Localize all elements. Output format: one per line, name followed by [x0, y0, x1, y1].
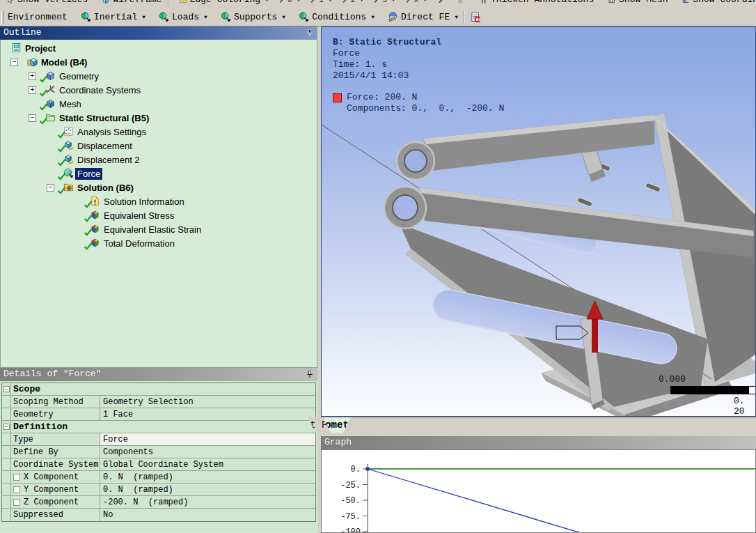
details-pane-header[interactable]: Details of "Force": [0, 368, 317, 381]
toolbar-button-bars[interactable]: [454, 0, 466, 6]
details-row-x-component[interactable]: X Component0. N (ramped): [2, 471, 315, 484]
collapse-toggle[interactable]: −: [29, 114, 36, 122]
toolbar-button-show-coordinate-s[interactable]: Show Coordinate S: [679, 0, 756, 6]
expand-toggle[interactable]: +: [29, 86, 36, 94]
details-value[interactable]: Components: [100, 446, 315, 458]
collapse-toggle[interactable]: −: [47, 184, 54, 192]
tree-item-geometry[interactable]: +Geometry: [1, 69, 317, 83]
model-b4-icon: [27, 56, 38, 67]
collapse-toggle[interactable]: −: [3, 386, 10, 392]
tree-item-coordinate-systems[interactable]: +Coordinate Systems: [1, 83, 317, 97]
status-check-icon: [57, 130, 66, 139]
tree-item-label: Solution (B6): [75, 182, 136, 194]
tree-item-solution-information[interactable]: Solution Information: [1, 194, 317, 208]
tree-item-mesh[interactable]: Mesh: [1, 97, 317, 111]
toolbar-button-wireframe[interactable]: Wireframe: [100, 0, 164, 6]
toolbar-separator: [168, 0, 169, 6]
details-label: Scoping Method: [11, 396, 100, 408]
details-row-type[interactable]: TypeForce: [2, 433, 315, 446]
tree-item-model-b4[interactable]: −Model (B4): [1, 55, 317, 69]
tree-item-total-deformation[interactable]: Total Deformation: [1, 236, 317, 250]
menu-label-loads: Loads: [172, 12, 199, 22]
tree-item-label: Displacement: [75, 140, 134, 152]
toolbar-button-2[interactable]: 2▼: [340, 0, 365, 6]
show-coordinate-s-icon: [682, 0, 690, 4]
details-row-define-by[interactable]: Define ByComponents: [2, 446, 315, 458]
details-row-geometry[interactable]: Geometry1 Face: [2, 408, 315, 421]
scale-ruler-bar-segment: [748, 386, 756, 394]
details-value[interactable]: 1 Face: [100, 408, 315, 420]
menu-loads[interactable]: Loads▼: [157, 10, 210, 24]
menu-inertial[interactable]: Inertial▼: [79, 10, 148, 24]
graph-pane-header[interactable]: Graph: [321, 436, 756, 449]
details-value[interactable]: Force: [100, 433, 315, 445]
outline-pane-header[interactable]: Outline: [0, 26, 317, 40]
status-check-icon: [39, 102, 48, 111]
tree-item-force[interactable]: Force: [1, 167, 317, 180]
viewport-annotation: B: Static Structural ForceTime: 1. s2015…: [333, 37, 441, 82]
status-check-icon: [84, 242, 93, 251]
details-value[interactable]: No: [100, 509, 315, 521]
details-row-z-component[interactable]: Z Component-200. N (ramped): [2, 496, 315, 509]
viewport-tab-bar: GeometryPrint PreviewReport Preview: [321, 417, 756, 433]
tree-item-equivalent-elastic-strain[interactable]: Equivalent Elastic Strain: [1, 222, 317, 236]
toolbar-button-show-vertices[interactable]: Show Vertices: [4, 0, 90, 6]
tree-item-equivalent-stress[interactable]: Equivalent Stress: [1, 208, 317, 222]
dropdown-caret-icon: ▼: [282, 14, 285, 20]
details-category-label: Definition: [11, 421, 315, 433]
details-category-definition[interactable]: −Definition: [2, 421, 315, 433]
tree-item-analysis-settings[interactable]: Analysis Settings: [1, 125, 317, 139]
toolbar-button-thicken-annotations[interactable]: Thicken Annotations: [478, 0, 596, 6]
annotation-line: 2015/4/1 14:03: [333, 70, 441, 82]
details-row-y-component[interactable]: Y Component0. N (ramped): [2, 484, 315, 496]
details-value[interactable]: Geometry Selection: [100, 396, 315, 408]
details-value[interactable]: Global Coordinate System: [100, 458, 315, 470]
expand-toggle[interactable]: +: [29, 72, 36, 80]
status-check-icon: [57, 186, 66, 195]
component-checkbox[interactable]: [13, 486, 20, 493]
details-panel: −ScopeScoping MethodGeometry SelectionGe…: [0, 381, 317, 532]
toolbar-button-show-mesh[interactable]: Show Mesh: [606, 0, 670, 6]
details-row-scoping-method[interactable]: Scoping MethodGeometry Selection: [2, 396, 315, 408]
tree-item-static-structural-b5[interactable]: −Static Structural (B5): [1, 111, 317, 125]
details-row-suppressed[interactable]: SuppressedNo: [2, 509, 315, 521]
details-value[interactable]: -200. N (ramped): [100, 496, 315, 508]
worksheet-chart-button[interactable]: [468, 10, 483, 24]
geometry-viewport[interactable]: B: Static Structural ForceTime: 1. s2015…: [321, 26, 756, 417]
environment-button[interactable]: Environment: [6, 10, 70, 24]
pin-icon[interactable]: [306, 370, 314, 379]
toolbar-button-edge-coloring[interactable]: Edge Coloring▼: [177, 0, 271, 6]
force-legend: Force: 200. N Components: 0., 0., -200. …: [333, 92, 504, 114]
toolbar-grip[interactable]: [1, 11, 3, 24]
tree-item-label: Geometry: [57, 70, 101, 82]
details-value[interactable]: 0. N (ramped): [100, 484, 315, 495]
component-checkbox[interactable]: [13, 474, 20, 481]
pin-icon[interactable]: [306, 29, 314, 38]
tree-item-displacement[interactable]: Displacement: [1, 139, 317, 153]
1-icon: [310, 0, 318, 4]
component-checkbox[interactable]: [13, 499, 20, 506]
toolbar-button-0[interactable]: 0▼: [276, 0, 302, 6]
tree-item-displacement-2[interactable]: Displacement 2: [1, 153, 317, 167]
menu-conditions[interactable]: Conditions▼: [297, 10, 377, 24]
tree-item-project[interactable]: Project: [1, 41, 317, 55]
toolbar-button-arrow[interactable]: [436, 0, 448, 6]
menu-supports[interactable]: Supports▼: [219, 10, 288, 24]
bracket-3d-model[interactable]: [322, 27, 756, 417]
toolbar-button-3[interactable]: 3▼: [371, 0, 397, 6]
status-check-icon: [39, 88, 48, 98]
toolbar-button-1[interactable]: 1▼: [308, 0, 333, 6]
menu-direct-fe[interactable]: Direct FE▼: [386, 10, 460, 24]
loads-icon: [159, 12, 169, 22]
details-category-scope[interactable]: −Scope: [2, 383, 315, 396]
tree-item-solution-b6[interactable]: −Solution (B6): [1, 180, 317, 194]
toolbar-button-x[interactable]: X▼: [403, 0, 429, 6]
details-row-coordinate-system[interactable]: Coordinate SystemGlobal Coordinate Syste…: [2, 458, 315, 471]
status-check-icon: [57, 144, 66, 153]
arrow-icon: [438, 0, 446, 4]
dropdown-caret-icon: ▼: [360, 0, 363, 3]
collapse-toggle[interactable]: −: [3, 424, 10, 430]
details-value[interactable]: 0. N (ramped): [100, 471, 315, 483]
graph-panel[interactable]: 0.-25.-50.-75.-100: [321, 449, 756, 533]
collapse-toggle[interactable]: −: [10, 59, 18, 66]
